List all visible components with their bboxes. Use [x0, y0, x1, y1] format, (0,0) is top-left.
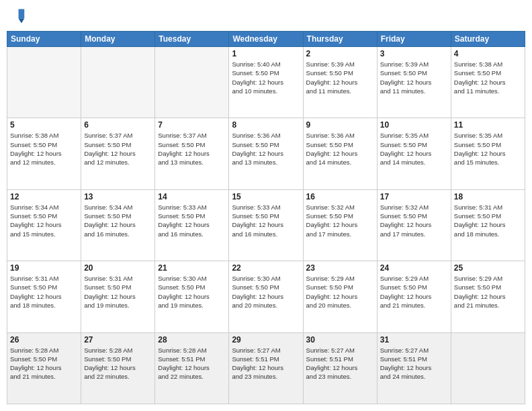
day-info: Sunrise: 5:28 AM Sunset: 5:50 PM Dayligh… — [10, 346, 78, 381]
week-row-1: 1Sunrise: 5:40 AM Sunset: 5:50 PM Daylig… — [7, 47, 525, 118]
day-number: 15 — [232, 192, 300, 201]
day-info: Sunrise: 5:31 AM Sunset: 5:50 PM Dayligh… — [454, 203, 522, 238]
calendar-cell: 4Sunrise: 5:38 AM Sunset: 5:50 PM Daylig… — [451, 47, 525, 118]
day-info: Sunrise: 5:37 AM Sunset: 5:50 PM Dayligh… — [158, 131, 226, 167]
day-info: Sunrise: 5:36 AM Sunset: 5:50 PM Dayligh… — [306, 131, 374, 167]
weekday-wednesday: Wednesday — [229, 32, 303, 47]
day-info: Sunrise: 5:35 AM Sunset: 5:50 PM Dayligh… — [454, 131, 522, 167]
calendar-cell — [155, 47, 229, 118]
day-number: 1 — [232, 49, 300, 58]
calendar-cell: 11Sunrise: 5:35 AM Sunset: 5:50 PM Dayli… — [451, 118, 525, 189]
logo-icon — [7, 7, 26, 26]
week-row-3: 12Sunrise: 5:34 AM Sunset: 5:50 PM Dayli… — [7, 189, 525, 261]
calendar-cell: 1Sunrise: 5:40 AM Sunset: 5:50 PM Daylig… — [229, 47, 303, 118]
day-info: Sunrise: 5:28 AM Sunset: 5:50 PM Dayligh… — [84, 346, 152, 381]
calendar-cell: 13Sunrise: 5:34 AM Sunset: 5:50 PM Dayli… — [81, 189, 155, 261]
day-info: Sunrise: 5:34 AM Sunset: 5:50 PM Dayligh… — [10, 203, 78, 238]
calendar-cell: 18Sunrise: 5:31 AM Sunset: 5:50 PM Dayli… — [451, 189, 525, 261]
day-info: Sunrise: 5:31 AM Sunset: 5:50 PM Dayligh… — [10, 274, 78, 310]
calendar-cell: 2Sunrise: 5:39 AM Sunset: 5:50 PM Daylig… — [303, 47, 377, 118]
day-number: 22 — [232, 263, 300, 273]
day-number: 3 — [380, 49, 448, 58]
svg-marker-0 — [19, 9, 25, 19]
day-number: 21 — [158, 263, 226, 273]
calendar-cell — [7, 47, 81, 118]
day-info: Sunrise: 5:27 AM Sunset: 5:51 PM Dayligh… — [380, 346, 448, 381]
day-number: 25 — [454, 263, 522, 273]
calendar-cell: 15Sunrise: 5:33 AM Sunset: 5:50 PM Dayli… — [229, 189, 303, 261]
day-info: Sunrise: 5:28 AM Sunset: 5:51 PM Dayligh… — [158, 346, 226, 381]
calendar-cell — [81, 47, 155, 118]
calendar-cell: 31Sunrise: 5:27 AM Sunset: 5:51 PM Dayli… — [377, 332, 451, 404]
day-info: Sunrise: 5:40 AM Sunset: 5:50 PM Dayligh… — [232, 60, 300, 95]
calendar-cell: 6Sunrise: 5:37 AM Sunset: 5:50 PM Daylig… — [81, 118, 155, 189]
page: SundayMondayTuesdayWednesdayThursdayFrid… — [0, 0, 532, 411]
day-number: 8 — [232, 120, 300, 130]
day-info: Sunrise: 5:35 AM Sunset: 5:50 PM Dayligh… — [380, 131, 448, 167]
day-number: 28 — [158, 335, 226, 345]
week-row-2: 5Sunrise: 5:38 AM Sunset: 5:50 PM Daylig… — [7, 118, 525, 189]
calendar-cell: 5Sunrise: 5:38 AM Sunset: 5:50 PM Daylig… — [7, 118, 81, 189]
day-info: Sunrise: 5:27 AM Sunset: 5:51 PM Dayligh… — [306, 346, 374, 381]
day-number: 10 — [380, 120, 448, 130]
calendar-cell: 24Sunrise: 5:29 AM Sunset: 5:50 PM Dayli… — [377, 261, 451, 332]
calendar-cell: 16Sunrise: 5:32 AM Sunset: 5:50 PM Dayli… — [303, 189, 377, 261]
weekday-header-row: SundayMondayTuesdayWednesdayThursdayFrid… — [7, 32, 525, 47]
day-number: 14 — [158, 192, 226, 201]
day-number: 30 — [306, 335, 374, 345]
day-info: Sunrise: 5:34 AM Sunset: 5:50 PM Dayligh… — [84, 203, 152, 238]
calendar-cell: 30Sunrise: 5:27 AM Sunset: 5:51 PM Dayli… — [303, 332, 377, 404]
day-info: Sunrise: 5:31 AM Sunset: 5:50 PM Dayligh… — [84, 274, 152, 310]
day-info: Sunrise: 5:39 AM Sunset: 5:50 PM Dayligh… — [380, 60, 448, 95]
day-info: Sunrise: 5:38 AM Sunset: 5:50 PM Dayligh… — [454, 60, 522, 95]
day-info: Sunrise: 5:32 AM Sunset: 5:50 PM Dayligh… — [380, 203, 448, 238]
calendar-cell: 28Sunrise: 5:28 AM Sunset: 5:51 PM Dayli… — [155, 332, 229, 404]
day-info: Sunrise: 5:29 AM Sunset: 5:50 PM Dayligh… — [454, 274, 522, 310]
calendar-cell: 21Sunrise: 5:30 AM Sunset: 5:50 PM Dayli… — [155, 261, 229, 332]
calendar-cell: 10Sunrise: 5:35 AM Sunset: 5:50 PM Dayli… — [377, 118, 451, 189]
day-number: 29 — [232, 335, 300, 345]
calendar-cell: 26Sunrise: 5:28 AM Sunset: 5:50 PM Dayli… — [7, 332, 81, 404]
day-number: 23 — [306, 263, 374, 273]
day-number: 26 — [10, 335, 78, 345]
day-number: 2 — [306, 49, 374, 58]
weekday-saturday: Saturday — [451, 32, 525, 47]
weekday-tuesday: Tuesday — [155, 32, 229, 47]
day-info: Sunrise: 5:29 AM Sunset: 5:50 PM Dayligh… — [380, 274, 448, 310]
calendar-cell: 25Sunrise: 5:29 AM Sunset: 5:50 PM Dayli… — [451, 261, 525, 332]
calendar-cell: 8Sunrise: 5:36 AM Sunset: 5:50 PM Daylig… — [229, 118, 303, 189]
calendar-cell: 27Sunrise: 5:28 AM Sunset: 5:50 PM Dayli… — [81, 332, 155, 404]
day-number: 19 — [10, 263, 78, 273]
day-number: 11 — [454, 120, 522, 130]
day-info: Sunrise: 5:33 AM Sunset: 5:50 PM Dayligh… — [232, 203, 300, 238]
calendar-cell: 12Sunrise: 5:34 AM Sunset: 5:50 PM Dayli… — [7, 189, 81, 261]
calendar-cell: 22Sunrise: 5:30 AM Sunset: 5:50 PM Dayli… — [229, 261, 303, 332]
calendar-cell: 19Sunrise: 5:31 AM Sunset: 5:50 PM Dayli… — [7, 261, 81, 332]
weekday-thursday: Thursday — [303, 32, 377, 47]
day-info: Sunrise: 5:39 AM Sunset: 5:50 PM Dayligh… — [306, 60, 374, 95]
calendar-cell: 17Sunrise: 5:32 AM Sunset: 5:50 PM Dayli… — [377, 189, 451, 261]
day-info: Sunrise: 5:30 AM Sunset: 5:50 PM Dayligh… — [158, 274, 226, 310]
day-info: Sunrise: 5:27 AM Sunset: 5:51 PM Dayligh… — [232, 346, 300, 381]
day-info: Sunrise: 5:38 AM Sunset: 5:50 PM Dayligh… — [10, 131, 78, 167]
weekday-sunday: Sunday — [7, 32, 81, 47]
header — [7, 7, 525, 26]
day-number: 12 — [10, 192, 78, 201]
calendar-cell: 3Sunrise: 5:39 AM Sunset: 5:50 PM Daylig… — [377, 47, 451, 118]
week-row-5: 26Sunrise: 5:28 AM Sunset: 5:50 PM Dayli… — [7, 332, 525, 404]
day-info: Sunrise: 5:29 AM Sunset: 5:50 PM Dayligh… — [306, 274, 374, 310]
calendar-cell — [451, 332, 525, 404]
calendar-cell: 9Sunrise: 5:36 AM Sunset: 5:50 PM Daylig… — [303, 118, 377, 189]
day-number: 17 — [380, 192, 448, 201]
day-info: Sunrise: 5:37 AM Sunset: 5:50 PM Dayligh… — [84, 131, 152, 167]
day-number: 6 — [84, 120, 152, 130]
svg-marker-1 — [19, 19, 25, 24]
day-number: 20 — [84, 263, 152, 273]
day-number: 5 — [10, 120, 78, 130]
calendar-cell: 20Sunrise: 5:31 AM Sunset: 5:50 PM Dayli… — [81, 261, 155, 332]
logo — [7, 7, 28, 26]
calendar-cell: 29Sunrise: 5:27 AM Sunset: 5:51 PM Dayli… — [229, 332, 303, 404]
day-info: Sunrise: 5:33 AM Sunset: 5:50 PM Dayligh… — [158, 203, 226, 238]
day-number: 18 — [454, 192, 522, 201]
weekday-friday: Friday — [377, 32, 451, 47]
